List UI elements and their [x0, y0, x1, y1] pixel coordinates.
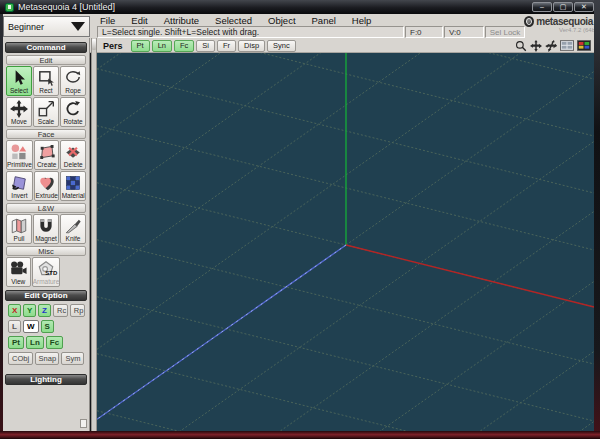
delete-icon [64, 143, 82, 161]
button-grid: SelectRectRopeMoveScaleRotate [6, 66, 86, 127]
rope-button[interactable]: Rope [60, 66, 86, 96]
command-groups: EditSelectRectRopeMoveScaleRotateFacePri… [3, 55, 89, 287]
option-x-toggle[interactable]: X [8, 304, 21, 317]
view-mode-label[interactable]: Pers [103, 41, 123, 51]
button-label: Select [10, 87, 28, 95]
display-gray-icon[interactable] [560, 40, 574, 51]
primitive-button[interactable]: Primitive [6, 140, 33, 170]
viewport-canvas[interactable] [97, 53, 594, 431]
select-icon [10, 69, 28, 87]
titlebar[interactable]: Metasequoia 4 [Untitled] – ▢ ✕ [0, 0, 600, 14]
group-header-misc: Misc [6, 246, 86, 256]
option-z-toggle[interactable]: Z [38, 304, 51, 317]
orbit-icon[interactable] [545, 40, 557, 52]
rotate-icon [64, 100, 82, 118]
brand-logo: metasequoia 4 Ver4.7.2 (64bit) [524, 15, 600, 37]
button-label: Rotate [63, 118, 82, 126]
button-label: Primitive [7, 161, 32, 169]
invert-button[interactable]: Invert [6, 171, 33, 201]
zoom-icon[interactable] [515, 40, 527, 52]
maximize-button[interactable]: ▢ [553, 2, 573, 12]
option-rp-toggle[interactable]: Rp [70, 304, 85, 317]
mode-dropdown-value: Beginner [8, 22, 44, 32]
viewport-toggle-si[interactable]: Si [196, 40, 215, 52]
knife-button[interactable]: Knife [60, 214, 86, 244]
menu-attribute[interactable]: Attribute [156, 15, 207, 26]
menu-object[interactable]: Object [260, 15, 303, 26]
viewport-toggle-pt[interactable]: Pt [131, 40, 150, 52]
primitive-icon [10, 143, 28, 161]
option-s-toggle[interactable]: S [41, 320, 54, 333]
button-label: Delete [64, 161, 83, 169]
display-color-icon[interactable] [577, 40, 591, 51]
metasequoia-window: Metasequoia 4 [Untitled] – ▢ ✕ Beginner … [0, 0, 600, 439]
pan-icon[interactable] [530, 40, 542, 52]
viewport-toggle-sync[interactable]: Sync [267, 40, 296, 52]
menu-panel[interactable]: Panel [304, 15, 344, 26]
option-rc-toggle[interactable]: Rc [53, 304, 68, 317]
rect-button[interactable]: Rect [33, 66, 59, 96]
edit-option-rows: XYZRcRpLWSPtLnFcCObjSnapSym [3, 304, 89, 365]
button-label: Rope [65, 87, 81, 95]
option-sym-toggle[interactable]: Sym [61, 352, 84, 365]
move-button[interactable]: Move [6, 97, 32, 127]
button-label: Scale [38, 118, 54, 126]
delete-button[interactable]: Delete [60, 140, 86, 170]
invert-icon [10, 174, 28, 192]
menu-help[interactable]: Help [344, 15, 380, 26]
menu-edit[interactable]: Edit [123, 15, 155, 26]
edit-option-title[interactable]: Edit Option [5, 290, 87, 301]
option-y-toggle[interactable]: Y [23, 304, 36, 317]
select-button[interactable]: Select [6, 66, 32, 96]
mode-dropdown[interactable]: Beginner [3, 16, 90, 37]
button-label: Move [11, 118, 27, 126]
view-button[interactable]: View [6, 257, 31, 287]
menu-selected[interactable]: Selected [207, 15, 260, 26]
group-header-edit: Edit [6, 55, 86, 65]
group-header-lw: L&W [6, 203, 86, 213]
extrude-icon [38, 174, 56, 192]
command-panel-title[interactable]: Command [5, 42, 87, 53]
viewport-nav-icons [515, 40, 594, 52]
material-button[interactable]: Material [60, 171, 86, 201]
viewport-toggle-disp[interactable]: Disp [238, 40, 265, 52]
option-snap-toggle[interactable]: Snap [35, 352, 60, 365]
option-pt-toggle[interactable]: Pt [8, 336, 24, 349]
extrude-button[interactable]: Extrude [34, 171, 60, 201]
create-button[interactable]: Create [34, 140, 60, 170]
option-fc-toggle[interactable]: Fc [46, 336, 63, 349]
armature-button[interactable]: STDArmature [32, 257, 61, 287]
menu-bar: FileEditAttributeSelectedObjectPanelHelp [92, 14, 379, 25]
scale-button[interactable]: Scale [33, 97, 59, 127]
viewport-toggle-fr[interactable]: Fr [217, 40, 236, 52]
rotate-button[interactable]: Rotate [60, 97, 86, 127]
create-icon [38, 143, 56, 161]
window-title: Metasequoia 4 [Untitled] [18, 2, 115, 12]
button-label: Magnet [35, 235, 57, 243]
viewport-header: Pers PtLnFcSiFrDispSync [97, 38, 594, 53]
magnet-button[interactable]: Magnet [33, 214, 59, 244]
window-border-left [0, 14, 3, 439]
splitter-grip[interactable] [92, 39, 96, 50]
minimize-button[interactable]: – [532, 2, 552, 12]
scale-icon [37, 100, 55, 118]
viewport-toggle-ln[interactable]: Ln [152, 40, 172, 52]
option-ln-toggle[interactable]: Ln [26, 336, 44, 349]
menu-file[interactable]: File [92, 15, 123, 26]
close-button[interactable]: ✕ [574, 2, 594, 12]
option-l-toggle[interactable]: L [8, 320, 21, 333]
viewport-toggle-fc[interactable]: Fc [174, 40, 194, 52]
button-label: View [11, 278, 25, 286]
sel-lock-toggle[interactable]: Sel Lock [485, 26, 525, 38]
option-w-toggle[interactable]: W [23, 320, 39, 333]
option-cobj-toggle[interactable]: CObj [8, 352, 33, 365]
button-grid: PullMagnetKnife [6, 214, 86, 244]
pull-button[interactable]: Pull [6, 214, 32, 244]
view-icon [9, 260, 27, 278]
panel-resize-grip[interactable] [80, 419, 87, 428]
lighting-title[interactable]: Lighting [5, 374, 87, 385]
button-grid: PrimitiveCreateDeleteInvertExtrudeMateri… [6, 140, 86, 201]
edit-option-row-4: CObjSnapSym [8, 352, 85, 365]
face-count: F:0 [405, 26, 443, 38]
magnet-icon [37, 217, 55, 235]
